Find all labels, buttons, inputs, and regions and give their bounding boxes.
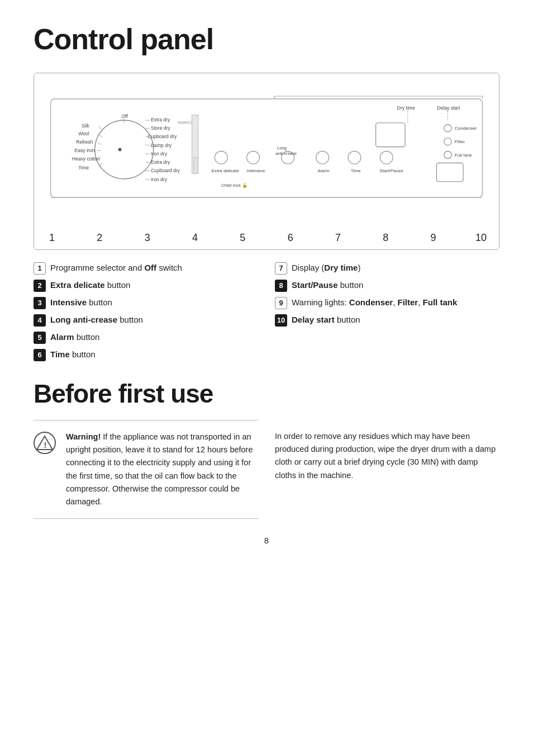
svg-text:Heavy cotton: Heavy cotton xyxy=(72,156,100,162)
svg-text:Store dry: Store dry xyxy=(151,125,171,131)
legend-text-9: Warning lights: Condenser, Filter, Full … xyxy=(292,296,457,309)
control-panel-diagram: Silk Wool Refresh Easy iron Heavy cotton… xyxy=(34,73,499,250)
warning-body: If the appliance was not transported in … xyxy=(66,432,253,506)
svg-point-45 xyxy=(348,151,361,164)
num-1: 1 xyxy=(45,232,59,244)
svg-point-1 xyxy=(95,120,154,179)
legend-item-2: 2 Extra delicate button xyxy=(34,277,258,294)
page-title: Control panel xyxy=(34,22,499,56)
legend-text-10: Delay start button xyxy=(292,314,360,327)
badge-10: 10 xyxy=(275,314,287,327)
svg-point-38 xyxy=(247,151,260,164)
num-3: 3 xyxy=(141,232,154,244)
svg-text:Refresh: Refresh xyxy=(76,139,93,145)
legend-left: 1 Programme selector and Off switch 2 Ex… xyxy=(34,260,258,363)
svg-text:Start/Pause: Start/Pause xyxy=(379,168,403,173)
num-7: 7 xyxy=(331,232,345,244)
svg-text:Silk: Silk xyxy=(82,123,90,129)
svg-text:Alarm: Alarm xyxy=(318,168,330,173)
section-title: Before first use xyxy=(34,379,499,409)
badge-1: 1 xyxy=(34,262,46,275)
svg-point-47 xyxy=(380,151,393,164)
svg-text:Full tank: Full tank xyxy=(455,153,473,158)
warning-triangle-icon: ! xyxy=(36,434,54,452)
num-6: 6 xyxy=(284,232,297,244)
num-8: 8 xyxy=(379,232,392,244)
num-9: 9 xyxy=(427,232,440,244)
warning-label: Warning! xyxy=(66,432,101,441)
svg-line-11 xyxy=(98,142,102,145)
legend-right: 7 Display (Dry time) 8 Start/Pause butto… xyxy=(275,260,499,363)
legend-text-3: Intensive button xyxy=(50,296,112,309)
svg-text:Cupboard dry: Cupboard dry xyxy=(147,134,177,139)
badge-4: 4 xyxy=(34,314,46,327)
svg-text:Long: Long xyxy=(277,145,287,150)
legend-item-1: 1 Programme selector and Off switch xyxy=(34,260,258,276)
legend-item-6: 6 Time button xyxy=(34,347,258,363)
legend-text-5: Alarm button xyxy=(50,331,99,344)
svg-point-36 xyxy=(215,151,227,164)
svg-line-9 xyxy=(98,126,103,131)
warning-text-left: Warning! If the appliance was not transp… xyxy=(66,431,258,508)
legend-item-9: 9 Warning lights: Condenser, Filter, Ful… xyxy=(275,295,499,311)
num-10: 10 xyxy=(474,232,488,244)
svg-text:Wool: Wool xyxy=(78,131,89,136)
badge-6: 6 xyxy=(34,349,46,361)
legend-item-8: 8 Start/Pause button xyxy=(275,277,499,294)
svg-text:Cupboard dry: Cupboard dry xyxy=(151,168,180,173)
svg-point-59 xyxy=(444,151,451,158)
legend-grid: 1 Programme selector and Off switch 2 Ex… xyxy=(34,260,499,363)
svg-text:Iron dry: Iron dry xyxy=(151,177,168,182)
page-number: 8 xyxy=(34,536,499,545)
legend-text-2: Extra delicate button xyxy=(50,279,130,292)
svg-text:Time: Time xyxy=(351,168,361,173)
svg-rect-50 xyxy=(376,123,405,147)
badge-2: 2 xyxy=(34,280,46,292)
svg-point-57 xyxy=(444,138,451,145)
svg-text:Delay start: Delay start xyxy=(437,105,460,111)
legend-item-10: 10 Delay start button xyxy=(275,312,499,328)
legend-text-7: Display (Dry time) xyxy=(292,262,360,275)
svg-text:anti-crease: anti-crease xyxy=(275,151,297,156)
svg-text:Filter: Filter xyxy=(455,139,465,144)
num-5: 5 xyxy=(236,232,249,244)
svg-text:Off: Off xyxy=(121,114,128,119)
legend-text-6: Time button xyxy=(50,348,96,361)
svg-text:Iron dry: Iron dry xyxy=(151,151,168,157)
num-2: 2 xyxy=(93,232,106,244)
before-first-use-section: ! Warning! If the appliance was not tran… xyxy=(34,420,499,519)
number-row: 1 2 3 4 5 6 7 8 9 10 xyxy=(45,230,488,244)
svg-rect-61 xyxy=(436,163,463,181)
svg-text:!: ! xyxy=(44,441,47,450)
diagram-svg: Silk Wool Refresh Easy iron Heavy cotton… xyxy=(45,82,488,228)
num-4: 4 xyxy=(188,232,202,244)
warning-box: ! Warning! If the appliance was not tran… xyxy=(34,420,258,519)
badge-3: 3 xyxy=(34,297,46,309)
legend-item-7: 7 Display (Dry time) xyxy=(275,260,499,276)
legend-text-4: Long anti-crease button xyxy=(50,314,143,327)
svg-text:Intensive: Intensive xyxy=(247,168,265,173)
svg-point-2 xyxy=(118,148,122,152)
legend-text-1: Programme selector and Off switch xyxy=(50,262,182,275)
warning-icon: ! xyxy=(34,432,56,454)
svg-text:Extra dry: Extra dry xyxy=(151,117,170,122)
warning-text-right: In order to remove any residues which ma… xyxy=(275,420,499,519)
svg-point-43 xyxy=(316,151,329,164)
svg-text:Extra dry: Extra dry xyxy=(151,159,170,165)
legend-item-5: 5 Alarm button xyxy=(34,329,258,346)
svg-text:Extra delicate: Extra delicate xyxy=(212,168,240,173)
badge-8: 8 xyxy=(275,280,287,292)
svg-text:Contents: Contents xyxy=(177,121,192,125)
badge-5: 5 xyxy=(34,332,46,344)
svg-text:Dry time: Dry time xyxy=(397,105,415,111)
badge-9: 9 xyxy=(275,297,287,309)
svg-rect-35 xyxy=(193,158,198,174)
legend-item-3: 3 Intensive button xyxy=(34,295,258,311)
svg-text:Damp dry: Damp dry xyxy=(151,143,172,148)
warning-column: ! Warning! If the appliance was not tran… xyxy=(34,420,258,519)
svg-point-55 xyxy=(444,125,451,132)
svg-rect-0 xyxy=(51,99,483,198)
legend-item-4: 4 Long anti-crease button xyxy=(34,312,258,328)
svg-text:Condenser: Condenser xyxy=(455,126,477,131)
svg-text:Child lock 🔒: Child lock 🔒 xyxy=(221,182,248,188)
